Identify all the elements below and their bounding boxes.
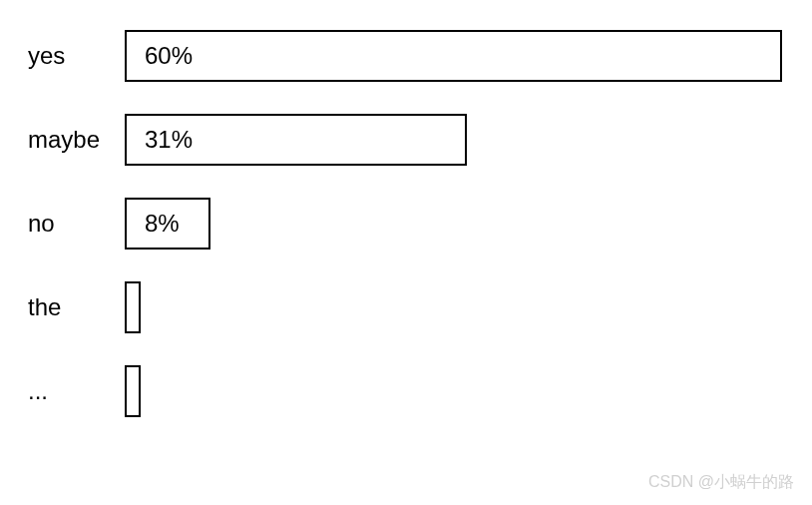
category-label: maybe xyxy=(20,126,125,154)
bar xyxy=(125,365,141,417)
category-label: yes xyxy=(20,42,125,70)
chart-row: no 8% xyxy=(20,198,782,250)
bar-container: 8% xyxy=(125,198,782,250)
bar-container xyxy=(125,365,782,417)
bar-container: 60% xyxy=(125,30,782,82)
category-label: ... xyxy=(20,377,125,405)
bar-container xyxy=(125,281,782,333)
category-label: the xyxy=(20,293,125,321)
bar xyxy=(125,281,141,333)
bar-chart: yes 60% maybe 31% no 8% the ... xyxy=(20,30,782,417)
chart-row: the xyxy=(20,281,782,333)
bar: 8% xyxy=(125,198,210,250)
bar: 31% xyxy=(125,114,467,166)
chart-row: yes 60% xyxy=(20,30,782,82)
watermark-text: CSDN @小蜗牛的路 xyxy=(648,472,794,493)
bar-container: 31% xyxy=(125,114,782,166)
chart-row: maybe 31% xyxy=(20,114,782,166)
category-label: no xyxy=(20,210,125,238)
chart-row: ... xyxy=(20,365,782,417)
bar: 60% xyxy=(125,30,782,82)
